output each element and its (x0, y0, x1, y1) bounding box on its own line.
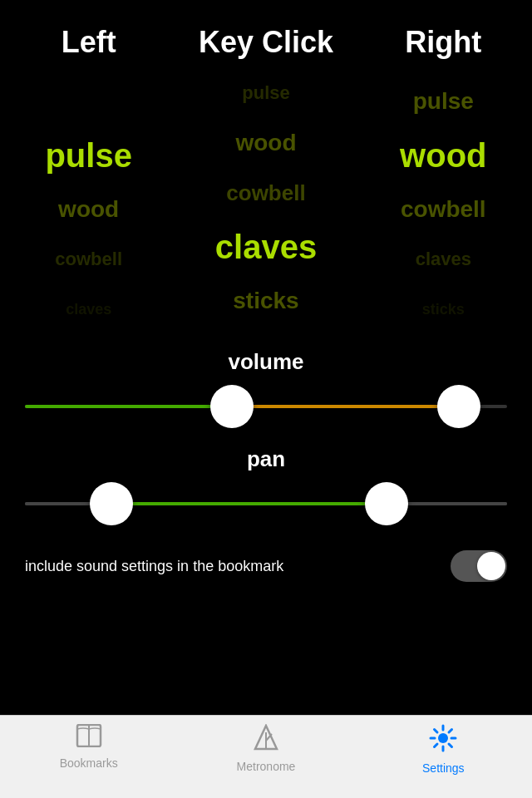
volume-thumb-left[interactable] (210, 385, 254, 428)
center-header: Key Click (183, 25, 349, 60)
svg-point-5 (438, 733, 448, 743)
svg-line-11 (449, 744, 452, 747)
tab-metronome-label: Metronome (237, 760, 296, 773)
picker-center[interactable]: pulse wood cowbell claves sticks chime (183, 68, 349, 334)
tab-bookmarks-label: Bookmarks (60, 756, 118, 770)
list-item[interactable]: sticks (360, 284, 526, 334)
pan-slider[interactable] (25, 479, 507, 529)
right-header: Right (360, 25, 526, 60)
svg-line-12 (449, 730, 452, 733)
picker-area[interactable]: pulse wood cowbell claves pulse wood cow… (0, 68, 532, 334)
pan-thumb-right[interactable] (365, 482, 408, 525)
tab-settings[interactable]: Settings (355, 724, 532, 775)
volume-thumb-right[interactable] (437, 385, 480, 428)
tab-settings-label: Settings (422, 761, 465, 775)
pan-thumb-left[interactable] (90, 482, 133, 525)
list-item[interactable]: sticks (183, 276, 349, 326)
list-item[interactable]: claves (183, 218, 349, 276)
list-item[interactable]: pulse (6, 126, 172, 185)
picker-left[interactable]: pulse wood cowbell claves (6, 68, 172, 334)
book-icon (76, 724, 102, 753)
list-item[interactable]: claves (360, 234, 526, 284)
gear-icon (429, 724, 457, 758)
list-item[interactable]: cowbell (6, 234, 172, 284)
header-row: Left Key Click Right (0, 0, 532, 68)
left-header: Left (6, 25, 172, 60)
bookmark-row: include sound settings in the bookmark (0, 535, 532, 597)
pan-label: pan (0, 431, 532, 479)
list-item[interactable]: chime (183, 326, 349, 334)
volume-label: volume (0, 334, 532, 382)
toggle-knob (477, 552, 505, 580)
list-item[interactable]: wood (183, 118, 349, 168)
bookmark-toggle[interactable] (451, 550, 507, 582)
list-item[interactable]: wood (6, 185, 172, 234)
metronome-icon (254, 724, 278, 756)
list-item[interactable]: wood (360, 126, 526, 185)
volume-track-right (232, 405, 459, 408)
volume-slider[interactable] (25, 382, 507, 431)
tab-bar: Bookmarks Metronome (0, 715, 532, 798)
list-item[interactable]: pulse (360, 76, 526, 126)
pan-track-green (111, 502, 387, 505)
bookmark-label: include sound settings in the bookmark (25, 558, 283, 575)
tab-metronome[interactable]: Metronome (177, 724, 354, 773)
volume-track-left (25, 405, 232, 408)
list-item[interactable]: cowbell (360, 185, 526, 234)
picker-right[interactable]: pulse wood cowbell claves sticks (360, 68, 526, 334)
list-item[interactable]: claves (6, 284, 172, 334)
tab-bookmarks[interactable]: Bookmarks (0, 724, 177, 770)
list-item[interactable]: cowbell (183, 168, 349, 218)
svg-line-13 (435, 744, 438, 747)
list-item[interactable]: pulse (183, 68, 349, 118)
svg-line-10 (435, 730, 438, 733)
